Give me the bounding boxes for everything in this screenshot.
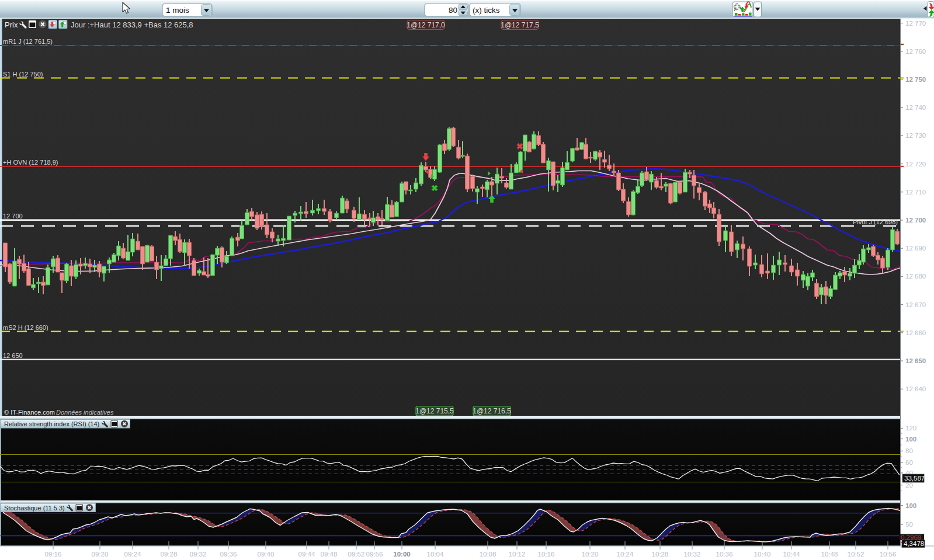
svg-text:© IT-Finance.com: © IT-Finance.com xyxy=(4,409,55,416)
svg-text:Stochastique (11 5 3): Stochastique (11 5 3) xyxy=(4,505,65,512)
svg-text:09:20: 09:20 xyxy=(92,551,109,558)
svg-text:4,3478: 4,3478 xyxy=(904,540,924,547)
svg-text:10:44: 10:44 xyxy=(783,551,800,558)
svg-text:12 750: 12 750 xyxy=(905,76,926,83)
svg-text:10:28: 10:28 xyxy=(652,551,669,558)
svg-text:12 770: 12 770 xyxy=(905,20,926,27)
svg-text:(x) ticks: (x) ticks xyxy=(473,6,500,15)
svg-text:Pivot J (12 698): Pivot J (12 698) xyxy=(853,218,898,225)
svg-text:10:52: 10:52 xyxy=(848,551,864,558)
svg-text:10:36: 10:36 xyxy=(716,551,733,558)
svg-text:1@12 717,5: 1@12 717,5 xyxy=(501,21,539,29)
svg-text:mR1 J (12 761,5): mR1 J (12 761,5) xyxy=(3,38,53,45)
svg-text:09:44: 09:44 xyxy=(298,551,315,558)
svg-text:12 670: 12 670 xyxy=(905,301,926,308)
svg-text:Données indicatives: Données indicatives xyxy=(56,409,114,416)
svg-text:mS2 H (12 660): mS2 H (12 660) xyxy=(3,324,48,331)
svg-text:10:16: 10:16 xyxy=(538,551,555,558)
svg-text:12 700: 12 700 xyxy=(905,217,926,224)
svg-text:10:08: 10:08 xyxy=(480,551,496,558)
svg-text:09:40: 09:40 xyxy=(258,551,275,558)
svg-text:10:32: 10:32 xyxy=(684,551,701,558)
svg-text:12 680: 12 680 xyxy=(905,273,926,280)
svg-text:10:48: 10:48 xyxy=(821,551,838,558)
svg-text:10:04: 10:04 xyxy=(427,551,444,558)
svg-text:1@12 715,5: 1@12 715,5 xyxy=(415,407,454,415)
svg-text:1@12 716,5: 1@12 716,5 xyxy=(473,407,511,415)
svg-text:10:12: 10:12 xyxy=(509,551,526,558)
svg-text:Jour :+Haut 12 833,9 +Bas 12 6: Jour :+Haut 12 833,9 +Bas 12 625,8 xyxy=(71,20,193,29)
svg-text:09:28: 09:28 xyxy=(161,551,178,558)
svg-text:100: 100 xyxy=(905,436,916,443)
svg-text:12 700: 12 700 xyxy=(3,213,23,220)
svg-text:Prix: Prix xyxy=(5,20,18,29)
svg-text:33,587: 33,587 xyxy=(904,475,925,482)
svg-text:0,2969: 0,2969 xyxy=(901,534,921,541)
svg-text:60: 60 xyxy=(905,459,913,466)
svg-text:10:40: 10:40 xyxy=(754,551,771,558)
svg-text:10:56: 10:56 xyxy=(880,551,897,558)
svg-text:80: 80 xyxy=(905,447,913,454)
svg-text:S1 H (12 750): S1 H (12 750) xyxy=(3,71,43,78)
svg-text:09:32: 09:32 xyxy=(190,551,207,558)
svg-text:12 710: 12 710 xyxy=(905,189,926,196)
svg-text:12 720: 12 720 xyxy=(905,161,926,168)
svg-text:12 690: 12 690 xyxy=(905,245,926,252)
svg-text:12 660: 12 660 xyxy=(905,329,926,336)
svg-text:12 650: 12 650 xyxy=(3,352,23,359)
svg-text:80: 80 xyxy=(449,6,457,15)
svg-text:12 740: 12 740 xyxy=(905,104,926,111)
svg-text:1@12 717,0: 1@12 717,0 xyxy=(407,21,445,29)
svg-text:1 mois: 1 mois xyxy=(166,6,189,15)
svg-text:+H OVN (12 718,9): +H OVN (12 718,9) xyxy=(3,159,58,166)
svg-text:100: 100 xyxy=(905,502,916,509)
svg-text:120: 120 xyxy=(905,425,916,432)
svg-text:10:20: 10:20 xyxy=(582,551,599,558)
svg-text:09:16: 09:16 xyxy=(45,551,62,558)
svg-text:09:48: 09:48 xyxy=(321,551,338,558)
svg-text:10:24: 10:24 xyxy=(617,551,634,558)
svg-text:09:24: 09:24 xyxy=(124,551,141,558)
svg-text:12 730: 12 730 xyxy=(905,132,926,139)
svg-text:10:00: 10:00 xyxy=(393,551,410,558)
svg-text:12 760: 12 760 xyxy=(905,48,926,55)
svg-text:50: 50 xyxy=(905,521,913,528)
svg-text:Relative strength index (RSI): Relative strength index (RSI) (14) xyxy=(4,420,99,427)
svg-text:09:56: 09:56 xyxy=(366,551,383,558)
svg-text:12 640: 12 640 xyxy=(905,385,926,392)
svg-text:12 650: 12 650 xyxy=(905,357,926,364)
svg-text:09:52: 09:52 xyxy=(348,551,365,558)
svg-text:09:36: 09:36 xyxy=(220,551,237,558)
